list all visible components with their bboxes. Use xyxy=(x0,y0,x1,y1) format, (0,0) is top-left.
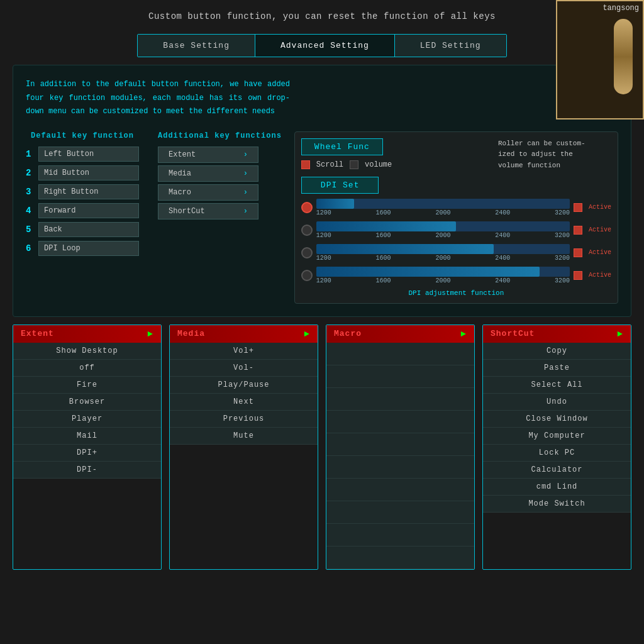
wheel-func-button[interactable]: Wheel Func xyxy=(301,138,383,155)
macro-empty-6 xyxy=(326,456,474,479)
dpi-slider-track-4[interactable] xyxy=(316,267,570,277)
key-row-1: 1 Left Button xyxy=(26,147,139,162)
macro-btn[interactable]: Macro › xyxy=(158,184,258,201)
key-select-1[interactable]: Left Button xyxy=(38,147,139,162)
dpi-active-4: Active xyxy=(586,272,611,279)
macro-empty-8 xyxy=(326,501,474,524)
scroll-label: Scroll xyxy=(316,160,343,169)
shortcut-panel-header: ShortCut ► xyxy=(483,325,631,343)
dpi-slider-container-3: 1200 1600 2000 2400 3200 xyxy=(316,244,570,262)
dpi-slider-fill-1 xyxy=(316,199,354,209)
extent-item-show-desktop[interactable]: Show Desktop xyxy=(13,343,161,360)
key-num-4: 4 xyxy=(26,206,36,216)
key-select-4[interactable]: Forward xyxy=(38,203,139,218)
dpi-active-1: Active xyxy=(586,204,611,211)
shortcut-item-select-all[interactable]: Select All xyxy=(483,377,631,394)
shortcut-item-calculator[interactable]: Calculator xyxy=(483,462,631,479)
media-item-next[interactable]: Next xyxy=(170,394,318,411)
wheel-row: Wheel Func Scroll volume DPI Set Roller … xyxy=(301,138,611,194)
shortcut-arrow: › xyxy=(243,207,248,216)
shortcut-btn[interactable]: ShortCut › xyxy=(158,203,258,219)
media-item-play-pause[interactable]: Play/Pause xyxy=(170,377,318,394)
shortcut-item-my-computer[interactable]: My Computer xyxy=(483,428,631,445)
macro-panel-header: Macro ► xyxy=(326,325,474,343)
extent-panel-arrow: ► xyxy=(148,329,153,339)
right-panel: Wheel Func Scroll volume DPI Set Roller … xyxy=(294,131,618,304)
shortcut-item-lock-pc[interactable]: Lock PC xyxy=(483,445,631,462)
shortcut-item-undo[interactable]: Undo xyxy=(483,394,631,411)
extent-item-dpi-plus[interactable]: DPI+ xyxy=(13,445,161,462)
dpi-row-2: 1200 1600 2000 2400 3200 Active xyxy=(301,221,611,239)
extent-btn[interactable]: Extent › xyxy=(158,147,258,163)
tab-led-setting[interactable]: LED Setting xyxy=(394,35,506,57)
additional-buttons: Extent › Media › Macro › ShortCut xyxy=(158,147,282,219)
volume-checkbox[interactable] xyxy=(350,160,358,169)
default-key-functions: Default key function 1 Left Button 2 Mid… xyxy=(26,131,139,304)
macro-empty-10 xyxy=(326,547,474,569)
key-row-3: 3 Right Button xyxy=(26,184,139,199)
dpi-checkbox-4[interactable] xyxy=(574,271,582,280)
extent-arrow: › xyxy=(243,150,248,159)
dpi-checkbox-3[interactable] xyxy=(574,248,582,257)
dpi-active-3: Active xyxy=(586,249,611,256)
wheel-dpi-area: Wheel Func Scroll volume DPI Set Roller … xyxy=(294,131,618,304)
dpi-set-button[interactable]: DPI Set xyxy=(301,177,379,194)
main-section: In addition to the default button functi… xyxy=(13,65,631,317)
shortcut-panel: ShortCut ► Copy Paste Select All Undo Cl… xyxy=(482,325,631,570)
key-select-5[interactable]: Back xyxy=(38,222,139,237)
extent-label: Extent xyxy=(169,150,196,159)
dpi-slider-track-3[interactable] xyxy=(316,244,570,254)
dpi-labels-2: 1200 1600 2000 2400 3200 xyxy=(316,232,570,239)
scroll-checkbox[interactable] xyxy=(301,160,310,169)
dpi-checkbox-2[interactable] xyxy=(574,226,582,235)
extent-item-off[interactable]: off xyxy=(13,360,161,377)
extent-item-dpi-minus[interactable]: DPI- xyxy=(13,462,161,479)
macro-arrow: › xyxy=(243,188,248,197)
media-btn[interactable]: Media › xyxy=(158,165,258,182)
macro-header-label: Macro xyxy=(334,329,362,338)
media-item-vol-plus[interactable]: Vol+ xyxy=(170,343,318,360)
macro-empty-2 xyxy=(326,365,474,388)
macro-empty-7 xyxy=(326,479,474,501)
dpi-labels-3: 1200 1600 2000 2400 3200 xyxy=(316,255,570,262)
page-header: Custom button function, you can reset th… xyxy=(0,0,644,28)
dpi-adjustment-label: DPI adjustment function xyxy=(301,289,611,297)
default-key-title: Default key function xyxy=(26,131,139,140)
extent-item-player[interactable]: Player xyxy=(13,411,161,428)
dpi-dot-2 xyxy=(301,225,313,236)
media-item-previous[interactable]: Previous xyxy=(170,411,318,428)
dpi-slider-track-1[interactable] xyxy=(316,199,570,209)
shortcut-item-close-window[interactable]: Close Window xyxy=(483,411,631,428)
dpi-checkbox-1[interactable] xyxy=(574,203,582,212)
dpi-slider-fill-4 xyxy=(316,267,540,277)
key-functions-area: Default key function 1 Left Button 2 Mid… xyxy=(26,131,282,304)
tab-base-setting[interactable]: Base Setting xyxy=(138,35,255,57)
roller-text: Roller can be custom-ized to adjust the … xyxy=(498,138,599,172)
media-item-mute[interactable]: Mute xyxy=(170,428,318,445)
shortcut-item-mode-switch[interactable]: Mode Switch xyxy=(483,496,631,513)
dpi-row-1: 1200 1600 2000 2400 3200 Active xyxy=(301,199,611,216)
dpi-slider-fill-3 xyxy=(316,244,494,254)
intro-area: In addition to the default button functi… xyxy=(26,78,618,119)
extent-item-fire[interactable]: Fire xyxy=(13,377,161,394)
tab-advanced-setting[interactable]: Advanced Setting xyxy=(255,35,394,57)
key-select-6[interactable]: DPI Loop xyxy=(38,241,139,256)
shortcut-item-cmd-lind[interactable]: cmd Lind xyxy=(483,479,631,496)
dpi-row-4: 1200 1600 2000 2400 3200 Active xyxy=(301,267,611,284)
key-num-6: 6 xyxy=(26,243,36,253)
extent-item-browser[interactable]: Browser xyxy=(13,394,161,411)
dpi-labels-1: 1200 1600 2000 2400 3200 xyxy=(316,209,570,216)
additional-key-functions: Additional key functions Extent › Media … xyxy=(158,131,282,304)
volume-label: volume xyxy=(365,160,392,169)
key-select-2[interactable]: Mid Button xyxy=(38,165,139,180)
shortcut-item-paste[interactable]: Paste xyxy=(483,360,631,377)
shortcut-item-copy[interactable]: Copy xyxy=(483,343,631,360)
dpi-slider-track-2[interactable] xyxy=(316,221,570,231)
extent-item-mail[interactable]: Mail xyxy=(13,428,161,445)
media-panel: Media ► Vol+ Vol- Play/Pause Next Previo… xyxy=(169,325,318,570)
media-item-vol-minus[interactable]: Vol- xyxy=(170,360,318,377)
dpi-sliders: 1200 1600 2000 2400 3200 Active xyxy=(301,199,611,284)
key-select-3[interactable]: Right Button xyxy=(38,184,139,199)
extent-panel: Extent ► Show Desktop off Fire Browser P… xyxy=(13,325,162,570)
key-row-2: 2 Mid Button xyxy=(26,165,139,180)
